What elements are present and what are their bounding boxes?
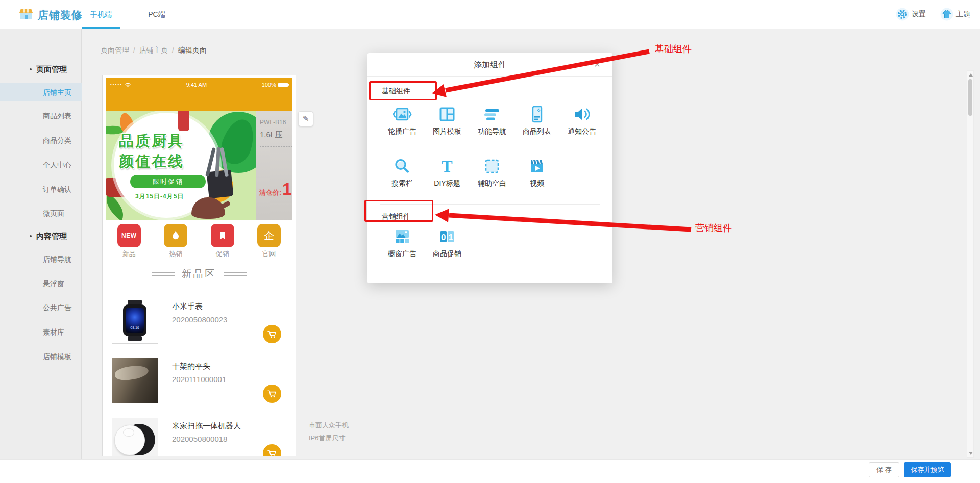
breadcrumb-shop-home[interactable]: 店铺主页	[139, 46, 168, 54]
banner-title-line2: 颜值在线	[119, 151, 184, 172]
settings-label: 设置	[912, 10, 926, 19]
carousel-banner-component[interactable]: 品质厨具 颜值在线 限时促销 3月15日-4月5日 PWL-B16 1.6L压 …	[106, 111, 292, 220]
tab-mobile[interactable]: 手机端	[82, 0, 120, 29]
component-notice[interactable]: 通知公告	[559, 104, 604, 136]
product-row[interactable]: 干架的平头 2020111000001	[106, 353, 292, 408]
save-button[interactable]: 保 存	[869, 462, 899, 477]
close-icon[interactable]: ×	[591, 58, 603, 70]
add-to-cart-button[interactable]	[263, 325, 281, 343]
sidebar-section-page-mgmt: 页面管理	[30, 65, 67, 74]
component-carousel-ad[interactable]: 轮播广告	[380, 104, 425, 136]
battery-icon	[278, 83, 288, 87]
product-image-watch: 08:16	[112, 298, 158, 344]
svg-text:T: T	[442, 157, 452, 175]
banner-deco-knives	[206, 147, 234, 191]
breadcrumb-page-mgmt[interactable]: 页面管理	[101, 46, 129, 54]
sidebar-item-shop-home[interactable]: 店铺主页	[0, 83, 82, 101]
product-code: 2020050800018	[172, 435, 227, 443]
battery-percent: 100%	[262, 82, 276, 88]
sidebar-item-micro-page[interactable]: 微页面	[0, 204, 82, 222]
next-slide-model: PWL-B16	[260, 119, 286, 126]
component-product-promo[interactable]: 0 1 商品促销	[425, 226, 470, 259]
add-to-cart-button[interactable]	[263, 444, 281, 456]
product-row[interactable]: 08:16 小米手表 2020050800023	[106, 294, 292, 348]
wifi-icon	[125, 82, 131, 87]
add-to-cart-button[interactable]	[263, 385, 281, 403]
scrollbar-down-arrow[interactable]	[969, 452, 973, 455]
sidebar-item-material-library[interactable]: 素材库	[0, 323, 82, 341]
product-list-component: 08:16 小米手表 2020050800023 干架的平头 202011100…	[106, 294, 292, 456]
product-name: 干架的平头	[172, 362, 210, 371]
notice-speaker-icon	[572, 104, 592, 124]
function-nav-component[interactable]: NEW 新品 热销 促销 企 官网	[106, 220, 292, 257]
scrollbar-thumb[interactable]	[968, 79, 972, 116]
edit-component-button[interactable]: ✎	[298, 111, 313, 126]
app-title: 店铺装修	[38, 8, 83, 22]
content-scrollbar[interactable]	[967, 70, 974, 458]
sidebar-item-personal-center[interactable]: 个人中心	[0, 156, 82, 174]
carousel-ad-icon	[392, 104, 412, 124]
sidebar-item-shop-template[interactable]: 店铺模板	[0, 347, 82, 366]
nav-item-new[interactable]: NEW 新品	[106, 224, 153, 257]
component-product-list[interactable]: 商品列表	[514, 104, 559, 136]
settings-button[interactable]: 设置	[896, 7, 926, 21]
sidebar-item-shop-nav[interactable]: 店铺导航	[0, 250, 82, 268]
sidebar-item-product-category[interactable]: 商品分类	[0, 131, 82, 149]
next-slide-price: 1	[282, 179, 292, 199]
component-search-bar[interactable]: 搜索栏	[380, 156, 425, 188]
cart-icon	[267, 330, 277, 339]
save-and-preview-button[interactable]: 保存并预览	[904, 462, 951, 477]
screen-size-note: 市面大众手机 IP6首屏尺寸	[300, 417, 349, 443]
nav-item-hot[interactable]: 热销	[153, 224, 200, 257]
tab-pc[interactable]: PC端	[141, 0, 172, 29]
banner-title-line1: 品质厨具	[119, 131, 184, 151]
sidebar-item-order-confirm[interactable]: 订单确认	[0, 180, 82, 198]
product-image-badger	[112, 358, 158, 403]
annotation-label-marketing: 营销组件	[695, 222, 732, 234]
store-awning-icon	[18, 7, 34, 22]
product-name: 米家扫拖一体机器人	[172, 421, 241, 431]
component-diy-title[interactable]: T DIY标题	[425, 156, 470, 188]
marketing-components-section-title: 营销组件	[382, 212, 410, 221]
banner-deco-thermos	[178, 111, 189, 131]
modal-title: 添加组件	[368, 53, 612, 77]
search-bar-icon	[392, 156, 412, 176]
nav-item-official[interactable]: 企 官网	[246, 224, 293, 257]
pencil-icon: ✎	[303, 114, 309, 123]
product-row[interactable]: 米家扫拖一体机器人 2020050800018	[106, 413, 292, 456]
flame-icon	[164, 224, 187, 247]
component-blank-space[interactable]: 辅助空白	[470, 156, 514, 188]
bookmark-icon	[211, 224, 234, 247]
product-promo-icon: 0 1	[437, 226, 457, 247]
svg-text:1: 1	[448, 233, 453, 242]
footer-bar: 保 存 保存并预览	[0, 459, 980, 483]
enterprise-glyph-icon: 企	[257, 224, 281, 247]
cart-icon	[267, 390, 277, 398]
component-image-template[interactable]: 图片模板	[425, 104, 470, 136]
basic-components-section-title: 基础组件	[382, 87, 410, 96]
showcase-ad-icon	[392, 226, 412, 247]
sidebar-section-content-mgmt: 内容管理	[30, 232, 67, 241]
annotation-label-basic: 基础组件	[655, 43, 692, 55]
product-image-robot	[112, 418, 158, 456]
new-product-section-component[interactable]: 新品区	[112, 259, 286, 289]
sidebar-item-float-window[interactable]: 悬浮窗	[0, 274, 82, 293]
nav-item-promo[interactable]: 促销	[199, 224, 246, 257]
diy-title-icon: T	[437, 156, 457, 176]
theme-button[interactable]: 主题	[940, 7, 970, 21]
sidebar-item-public-ad[interactable]: 公共广告	[0, 298, 82, 317]
cart-icon	[267, 449, 277, 457]
scrollbar-up-arrow[interactable]	[969, 73, 973, 77]
theme-label: 主题	[956, 10, 970, 19]
store-decoration-app: 店铺装修 手机端 PC端 设置 主题 页面管理 店铺主页 商品列表 商品分类 个…	[0, 0, 980, 483]
banner-dates: 3月15日-4月5日	[135, 192, 184, 201]
phone-header-block	[106, 91, 292, 111]
product-code: 2020050800023	[172, 315, 227, 324]
sidebar-item-product-list[interactable]: 商品列表	[0, 107, 82, 125]
next-slide-price-label: 清仓价:	[259, 188, 281, 197]
component-showcase-ad[interactable]: 橱窗广告	[380, 226, 425, 259]
component-function-nav[interactable]: 功能导航	[470, 104, 514, 136]
section-divider-right	[224, 272, 247, 276]
breadcrumb-edit-page: 编辑页面	[178, 46, 207, 54]
component-video[interactable]: 视频	[514, 156, 559, 188]
